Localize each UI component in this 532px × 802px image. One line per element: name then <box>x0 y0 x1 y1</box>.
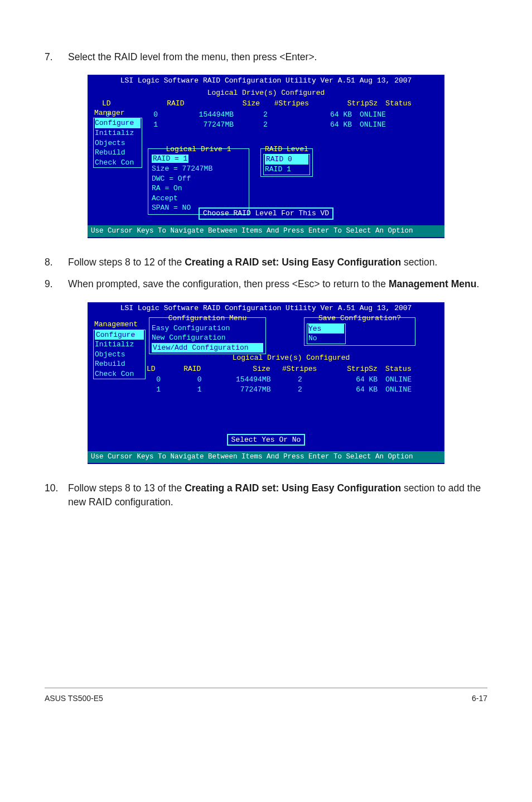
page-footer: ASUS TS500-E5 6-17 <box>45 688 487 703</box>
save-no: No <box>308 334 344 344</box>
col-stripes: #Stripes <box>267 99 317 109</box>
step-9: 9. When prompted, save the configuration… <box>45 277 487 291</box>
col-size: Size <box>193 99 267 109</box>
bios2-save-box: Save Configuration? Yes No <box>304 317 415 346</box>
step-8-post: section. <box>401 257 437 268</box>
bios2-help: Select Yes Or No <box>227 434 306 446</box>
bios1-help: Choose RAID Level For This VD <box>199 207 333 220</box>
bios2-side-menu: Management Configure Initializ Objects R… <box>93 320 146 379</box>
bios2-headers: LD RAID Size #Stripes StripSz Status <box>143 363 439 375</box>
step-7-text: Select the RAID level from the menu, the… <box>68 50 487 64</box>
bios2-config-menu: Configuration Menu Easy Configuration Ne… <box>149 317 266 354</box>
ld1-title: Logical Drive 1 <box>152 144 245 154</box>
bios-screenshot-2: LSI Logic Software RAID Configuration Ut… <box>86 301 446 466</box>
bios2-title: LSI Logic Software RAID Configuration Ut… <box>88 302 444 315</box>
bios1-side-label: Manager <box>93 108 142 118</box>
step-8-num: 8. <box>45 255 68 269</box>
bios1-side-menu: Manager Configure Initializ Objects Rebu… <box>93 108 142 168</box>
step-9-pre: When prompted, save the configuration, t… <box>68 278 389 289</box>
raidlvl-opt-1: RAID 1 <box>265 165 308 175</box>
col-status: Status <box>385 99 441 109</box>
ld1-dwc: DWC = Off <box>152 174 245 184</box>
bios1-legend: Logical Drive(s) Configured <box>88 88 444 98</box>
bios2-legend: Logical Drive(s) Configured <box>143 353 439 363</box>
ld1-size: Size = 77247MB <box>152 164 245 174</box>
side-item-configure: Configure <box>95 118 141 128</box>
step-10-num: 10. <box>45 481 68 510</box>
col-stripsz: StripSz <box>317 99 386 109</box>
step-10-pre: Follow steps 8 to 13 of the <box>68 482 185 494</box>
cfgmenu-new: New Configuration <box>152 333 263 343</box>
step-9-bold: Management Menu <box>389 278 477 289</box>
step-7-num: 7. <box>45 50 68 64</box>
col-ld: LD <box>91 99 149 109</box>
cfgmenu-title: Configuration Menu <box>152 313 263 323</box>
ld1-ra: RA = On <box>152 183 245 194</box>
side2-objects: Objects <box>95 350 144 360</box>
footer-right: 6-17 <box>472 694 487 703</box>
save-yes: Yes <box>308 324 344 334</box>
bios1-title: LSI Logic Software RAID Configuration Ut… <box>88 75 444 87</box>
side2-initialize: Initializ <box>95 340 144 350</box>
step-9-post: . <box>476 278 479 289</box>
ld1-raid: RAID = 1 <box>152 154 188 163</box>
cfgmenu-easy: Easy Configuration <box>152 323 263 334</box>
bios-screenshot-1: LSI Logic Software RAID Configuration Ut… <box>86 73 446 239</box>
raidlvl-title: RAID Level <box>263 144 310 154</box>
side2-checkcon: Check Con <box>95 369 144 379</box>
bios2-row-0: 0 0 154494MB 2 64 KB ONLINE <box>143 375 439 385</box>
step-8-bold: Creating a RAID set: Using Easy Configur… <box>185 257 401 268</box>
side2-rebuild: Rebuild <box>95 359 144 369</box>
bios1-status: Use Cursor Keys To Navigate Between Item… <box>88 225 444 237</box>
bios2-side-label: Management <box>93 320 146 330</box>
bios2-row-1: 1 1 77247MB 2 64 KB ONLINE <box>143 385 439 395</box>
raidlvl-opt-0: RAID 0 <box>265 154 308 165</box>
side-item-initialize: Initializ <box>95 128 141 138</box>
ld1-accept: Accept <box>152 194 245 204</box>
bios2-status: Use Cursor Keys To Navigate Between Item… <box>88 451 444 463</box>
step-8: 8. Follow steps 8 to 12 of the Creating … <box>45 255 487 269</box>
side-item-checkcon: Check Con <box>95 158 141 168</box>
footer-left: ASUS TS500-E5 <box>45 694 103 703</box>
side-item-objects: Objects <box>95 138 141 148</box>
side-item-rebuild: Rebuild <box>95 148 141 158</box>
step-8-pre: Follow steps 8 to 12 of the <box>68 257 185 268</box>
col-raid: RAID <box>149 99 194 109</box>
side2-configure: Configure <box>95 330 144 340</box>
step-10-bold: Creating a RAID set: Using Easy Configur… <box>185 482 401 494</box>
step-10: 10. Follow steps 8 to 13 of the Creating… <box>45 481 487 510</box>
step-9-num: 9. <box>45 277 68 291</box>
step-7: 7. Select the RAID level from the menu, … <box>45 50 487 64</box>
bios1-raid-level-box: RAID Level RAID 0 RAID 1 <box>260 148 313 177</box>
save-title: Save Configuration? <box>307 313 413 323</box>
cfgmenu-viewadd: View/Add Configuration <box>152 343 263 353</box>
